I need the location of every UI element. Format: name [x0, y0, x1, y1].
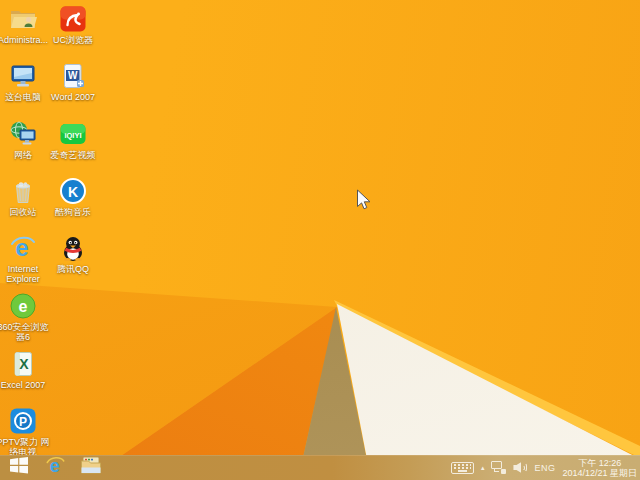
desktop-icon-360-browser[interactable]: e 360安全浏览器6	[0, 291, 46, 342]
icon-label: Administra...	[0, 35, 50, 45]
desktop-icon-this-pc[interactable]: 这台电脑	[0, 61, 46, 102]
excel-icon: X	[8, 349, 38, 379]
desktop-icon-uc-browser[interactable]: UC浏览器	[50, 4, 96, 45]
icon-label: 腾讯QQ	[46, 264, 100, 274]
wallpaper-facet-olive	[0, 0, 640, 480]
svg-text:e: e	[19, 298, 28, 315]
time-text: 下午 12:26	[562, 458, 637, 468]
icon-label: Word 2007	[46, 92, 100, 102]
icon-label: 360安全浏览器6	[0, 322, 50, 342]
desktop-icon-internet-explorer[interactable]: e Internet Explorer	[0, 233, 46, 284]
icon-label: 这台电脑	[0, 92, 50, 102]
clock[interactable]: 下午 12:26 2014/12/21 星期日	[562, 458, 637, 478]
desktop-icon-administrator[interactable]: Administra...	[0, 4, 46, 45]
date-text: 2014/12/21 星期日	[562, 468, 637, 478]
ie-e-icon: e	[8, 233, 38, 263]
taskbar: e ▴ ENG 下午 12:26 2014/12	[0, 455, 640, 480]
computer-icon	[8, 61, 38, 91]
mouse-cursor	[356, 189, 371, 215]
wallpaper-facet-left	[0, 0, 640, 480]
desktop-icon-pptv[interactable]: P PPTV聚力 网络电视	[0, 406, 46, 457]
svg-text:iQIYI: iQIYI	[64, 131, 81, 140]
icon-label: 网络	[0, 150, 50, 160]
windows-logo-icon	[10, 457, 28, 478]
360-browser-icon: e	[8, 291, 38, 321]
system-tray: ▴ ENG 下午 12:26 2014/12/21 星期日	[451, 455, 637, 480]
folder-icon	[81, 457, 101, 478]
show-hidden-icons-caret[interactable]: ▴	[481, 464, 485, 471]
language-indicator[interactable]: ENG	[534, 463, 555, 473]
desktop-icon-qq[interactable]: 腾讯QQ	[50, 233, 96, 274]
desktop-icon-kugou[interactable]: K 酷狗音乐	[50, 176, 96, 217]
touch-keyboard-icon[interactable]	[451, 462, 474, 474]
desktop-icon-excel-2007[interactable]: X Excel 2007	[0, 349, 46, 390]
kugou-icon: K	[58, 176, 88, 206]
desktop[interactable]: { "wallpaper": { "style": "windows-8.1-f…	[0, 0, 640, 480]
wallpaper-facet-bottom-left	[0, 0, 640, 480]
icon-label: UC浏览器	[46, 35, 100, 45]
taskbar-file-explorer-button[interactable]	[74, 455, 108, 480]
icon-label: 酷狗音乐	[46, 207, 100, 217]
svg-text:K: K	[68, 184, 78, 200]
desktop-icon-word-2007[interactable]: W Word 2007	[50, 61, 96, 102]
word-icon: W	[58, 61, 88, 91]
wallpaper-facet-white	[0, 0, 640, 480]
svg-text:X: X	[19, 356, 29, 372]
wallpaper-base	[0, 0, 640, 480]
icon-label: Excel 2007	[0, 380, 50, 390]
recycle-bin-icon	[8, 176, 38, 206]
network-globe-icon	[8, 119, 38, 149]
uc-browser-icon	[58, 4, 88, 34]
network-icon[interactable]	[491, 461, 506, 474]
desktop-icon-recycle-bin[interactable]: 回收站	[0, 176, 46, 217]
icon-label: Internet Explorer	[0, 264, 50, 284]
icon-label: 爱奇艺视频	[46, 150, 100, 160]
start-button[interactable]	[2, 455, 36, 480]
svg-text:P: P	[19, 415, 27, 429]
user-folder-icon	[8, 4, 38, 34]
qq-penguin-icon	[58, 233, 88, 263]
taskbar-internet-explorer-button[interactable]: e	[38, 455, 72, 480]
svg-text:W: W	[68, 70, 78, 81]
volume-icon[interactable]	[513, 462, 527, 473]
pptv-icon: P	[8, 406, 38, 436]
desktop-icon-network[interactable]: 网络	[0, 119, 46, 160]
iqiyi-icon: iQIYI	[58, 119, 88, 149]
wallpaper-facet-edge-highlight	[0, 0, 640, 480]
ie-e-icon: e	[45, 455, 66, 480]
desktop-icon-iqiyi[interactable]: iQIYI 爱奇艺视频	[50, 119, 96, 160]
icon-label: PPTV聚力 网络电视	[0, 437, 50, 457]
icon-label: 回收站	[0, 207, 50, 217]
